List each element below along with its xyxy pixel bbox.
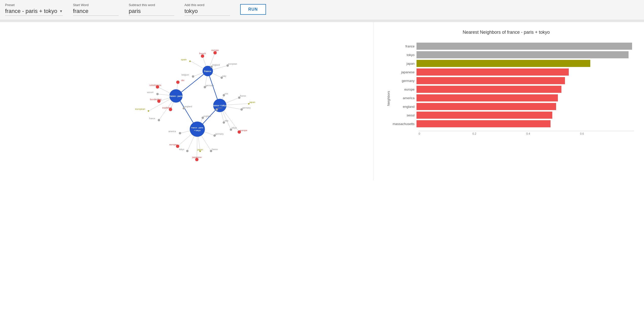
bar-label: europe (389, 87, 416, 91)
run-button[interactable]: RUN (240, 4, 266, 15)
svg-point-47 (201, 55, 204, 58)
bar-label: germany (389, 79, 416, 83)
subtract-word-input[interactable]: paris (129, 8, 174, 16)
svg-text:england: england (212, 64, 220, 66)
divider (0, 20, 644, 22)
bar-label: massachusetts (389, 122, 416, 126)
preset-select[interactable]: france - paris + tokyo ▼ (5, 8, 63, 16)
svg-text:germany: germany (206, 84, 214, 87)
svg-text:france: france (212, 148, 218, 151)
bar-row: japan (389, 60, 634, 67)
svg-text:japan: japan (249, 101, 255, 103)
add-word-input[interactable]: tokyo (184, 8, 230, 16)
svg-text:france: france (240, 95, 246, 97)
start-word-label: Start Word (73, 3, 119, 7)
bar-label: tokyo (389, 53, 416, 57)
bar-container (416, 68, 634, 76)
bar-row: england (389, 103, 634, 110)
svg-text:japanese: japanese (192, 156, 202, 159)
bar-row: japanese (389, 68, 634, 76)
chart-inner: Neighbors francetokyojapanjapanesegerman… (389, 43, 634, 135)
x-axis: 00.20.40.6 (419, 131, 634, 135)
word-vector-graph: france france - paris france + tokyo fra… (5, 27, 368, 174)
chart-panel: Nearest Neighbors of france - paris + to… (373, 22, 644, 180)
main-content: france france - paris france + tokyo fra… (0, 22, 644, 180)
bar-fill (416, 51, 628, 58)
x-tick: 0.2 (472, 131, 526, 135)
preset-label: Preset (5, 3, 63, 7)
x-tick: 0.6 (580, 131, 634, 135)
bar-row: seoul (389, 112, 634, 119)
add-word-label: Add this word (184, 3, 230, 7)
bar-row: germany (389, 77, 634, 84)
bar-fill (416, 103, 556, 110)
bar-fill (416, 112, 552, 119)
svg-text:★: ★ (189, 60, 191, 63)
svg-text:substitutions: substitutions (149, 84, 161, 86)
bar-fill (416, 43, 632, 50)
top-bar: Preset france - paris + tokyo ▼ Start Wo… (0, 0, 644, 20)
bar-container (416, 112, 634, 119)
bar-container (416, 103, 634, 110)
bar-row: america (389, 94, 634, 101)
svg-text:azzurri: azzurri (147, 91, 153, 94)
bar-row: europe (389, 86, 634, 93)
bar-fill (416, 120, 551, 127)
svg-point-83 (158, 119, 160, 121)
svg-text:french: french (199, 52, 206, 55)
start-word-input[interactable]: france (73, 8, 119, 16)
bar-container (416, 120, 634, 127)
svg-point-81 (156, 93, 159, 95)
svg-point-103 (186, 150, 188, 152)
bar-fill (416, 60, 590, 67)
chevron-down-icon: ▼ (59, 9, 63, 13)
svg-text:european: european (228, 63, 237, 65)
bar-label: america (389, 96, 416, 100)
svg-text:france - paris: france - paris (191, 127, 203, 129)
bar-container (416, 43, 634, 50)
svg-text:england: england (184, 105, 192, 108)
bar-container (416, 86, 634, 93)
subtract-word-label: Subtract this word (129, 3, 174, 7)
svg-text:europe: europe (169, 143, 177, 146)
svg-text:germany: germany (242, 107, 251, 109)
x-tick: 0.4 (526, 131, 580, 135)
bar-row: tokyo (389, 51, 634, 58)
svg-text:europe: europe (240, 129, 247, 132)
bar-container (416, 77, 634, 84)
bar-container (416, 51, 634, 58)
svg-text:dst: dst (181, 79, 184, 82)
svg-text:england: england (203, 115, 211, 117)
svg-text:japan: japan (197, 148, 203, 151)
svg-text:france: france (204, 70, 211, 73)
bar-chart: francetokyojapanjapanesegermanyeuropeame… (389, 43, 634, 129)
svg-text:★: ★ (147, 109, 150, 112)
bar-fill (416, 86, 561, 93)
preset-group: Preset france - paris + tokyo ▼ (5, 3, 63, 16)
bar-fill (416, 77, 565, 84)
bar-label: japan (389, 62, 416, 65)
graph-panel: france france - paris france + tokyo fra… (0, 22, 373, 180)
svg-text:spain: spain (217, 107, 222, 109)
start-word-group: Start Word france (73, 3, 119, 16)
x-tick: 0 (419, 131, 472, 135)
bar-row: france (389, 43, 634, 50)
subtract-word-group: Subtract this word paris (129, 3, 174, 16)
controls-row: Preset france - paris + tokyo ▼ Start Wo… (5, 3, 639, 20)
svg-point-49 (176, 80, 180, 84)
bar-label: japanese (389, 70, 416, 74)
svg-text:exploited: exploited (162, 107, 172, 109)
svg-text:europe: europe (211, 49, 219, 51)
svg-text:america: america (168, 130, 176, 133)
svg-text:italy: italy (224, 119, 229, 122)
add-word-group: Add this word tokyo (184, 3, 230, 16)
bar-fill (416, 94, 558, 101)
svg-text:usa: usa (224, 92, 228, 95)
svg-text:france - paris: france - paris (169, 95, 183, 97)
svg-text:belgium: belgium (182, 74, 189, 76)
svg-point-71 (192, 75, 194, 78)
chart-title: Nearest Neighbors of france - paris + to… (378, 30, 634, 35)
svg-point-45 (213, 51, 217, 54)
bar-container (416, 60, 634, 67)
bar-label: france (389, 44, 416, 48)
